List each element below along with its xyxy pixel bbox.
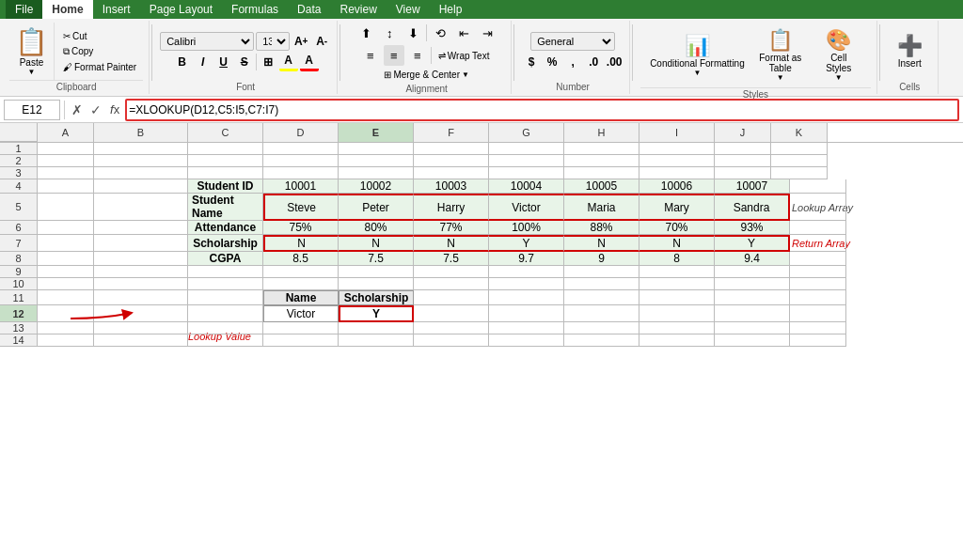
cell-g13[interactable] <box>489 322 564 334</box>
col-header-k[interactable]: K <box>771 123 828 142</box>
tab-formulas[interactable]: Formulas <box>222 0 288 19</box>
cell-f8[interactable]: 7.5 <box>414 252 489 266</box>
format-painter-button[interactable]: 🖌Format Painter <box>60 61 139 73</box>
row-header-6[interactable]: 6 <box>0 221 38 235</box>
row-header-3[interactable]: 3 <box>0 167 38 179</box>
cell-f13[interactable] <box>414 322 489 334</box>
merge-center-button[interactable]: ⊞Merge & Center▼ <box>380 68 473 82</box>
cell-d6[interactable]: 75% <box>263 221 339 235</box>
cell-j1[interactable] <box>715 143 771 155</box>
cell-c9[interactable] <box>188 266 263 278</box>
cell-i9[interactable] <box>639 266 715 278</box>
cell-j14[interactable] <box>715 334 790 347</box>
cell-k13[interactable] <box>790 322 846 334</box>
row-header-10[interactable]: 10 <box>0 278 38 290</box>
cell-k12[interactable] <box>790 305 846 322</box>
cell-c5[interactable]: Student Name <box>188 194 263 221</box>
cell-k14[interactable] <box>790 334 846 347</box>
cell-e12[interactable]: Y <box>339 305 414 322</box>
cell-f1[interactable] <box>414 143 489 155</box>
cell-f9[interactable] <box>414 266 489 278</box>
cell-g3[interactable] <box>489 167 564 179</box>
font-size-select[interactable]: 13 <box>256 32 290 51</box>
align-right-button[interactable]: ≡ <box>407 45 428 66</box>
align-top-button[interactable]: ⬆ <box>355 23 376 43</box>
cell-k6[interactable] <box>790 221 846 235</box>
font-family-select[interactable]: Calibri <box>160 32 254 51</box>
cell-d5[interactable]: Steve <box>263 194 339 221</box>
cell-h7[interactable]: N <box>564 235 639 252</box>
indent-increase-button[interactable]: ⇥ <box>477 23 497 43</box>
cell-c11[interactable] <box>188 290 263 305</box>
cell-styles-button[interactable]: 🎨 CellStyles ▼ <box>811 26 867 84</box>
row-header-4[interactable]: 4 <box>0 179 38 194</box>
cell-d8[interactable]: 8.5 <box>263 252 339 266</box>
increase-decimal-button[interactable]: .0 <box>584 53 603 71</box>
cell-h10[interactable] <box>564 278 639 290</box>
row-header-2[interactable]: 2 <box>0 155 38 167</box>
cell-f7[interactable]: N <box>414 235 489 252</box>
cell-h8[interactable]: 9 <box>564 252 639 266</box>
cell-d4[interactable]: 10001 <box>263 179 339 194</box>
bold-button[interactable]: B <box>173 53 192 71</box>
cell-b4[interactable] <box>94 179 188 194</box>
font-color-button[interactable]: A <box>300 53 319 71</box>
cell-d13[interactable] <box>263 322 339 334</box>
cell-g4[interactable]: 10004 <box>489 179 564 194</box>
cell-h3[interactable] <box>564 167 639 179</box>
tab-insert[interactable]: Insert <box>93 0 140 19</box>
cell-i3[interactable] <box>639 167 715 179</box>
cell-a14[interactable] <box>38 334 94 347</box>
cell-i5[interactable]: Mary <box>639 194 715 221</box>
cell-k7[interactable] <box>790 235 846 252</box>
cell-i4[interactable]: 10006 <box>639 179 715 194</box>
tab-file[interactable]: File <box>6 0 42 19</box>
cell-i10[interactable] <box>639 278 715 290</box>
cell-c4[interactable]: Student ID <box>188 179 263 194</box>
row-header-1[interactable]: 1 <box>0 143 38 155</box>
cell-f4[interactable]: 10003 <box>414 179 489 194</box>
cell-g11[interactable] <box>489 290 564 305</box>
format-as-table-button[interactable]: 📋 Format asTable ▼ <box>752 26 809 84</box>
cell-c3[interactable] <box>188 167 263 179</box>
cell-f5[interactable]: Harry <box>414 194 489 221</box>
border-button[interactable]: ⊞ <box>259 53 277 71</box>
cell-e14[interactable] <box>339 334 414 347</box>
fill-color-button[interactable]: A <box>279 53 298 71</box>
cell-h13[interactable] <box>564 322 639 334</box>
percent-button[interactable]: % <box>543 53 561 71</box>
col-header-j[interactable]: J <box>715 123 771 142</box>
cell-i6[interactable]: 70% <box>639 221 715 235</box>
cell-g5[interactable]: Victor <box>489 194 564 221</box>
cell-c2[interactable] <box>188 155 263 167</box>
cell-j11[interactable] <box>715 290 790 305</box>
cell-b1[interactable] <box>94 143 188 155</box>
cell-a8[interactable] <box>38 252 94 266</box>
text-direction-button[interactable]: ⟲ <box>430 23 450 43</box>
row-header-14[interactable]: 14 <box>0 334 38 347</box>
cell-j5[interactable]: Sandra Lookup Array <box>715 194 790 221</box>
cell-k3[interactable] <box>771 167 828 179</box>
cell-j13[interactable] <box>715 322 790 334</box>
insert-button[interactable]: ➕ Insert <box>892 32 928 70</box>
row-header-9[interactable]: 9 <box>0 266 38 278</box>
cell-e13[interactable] <box>339 322 414 334</box>
cell-c12[interactable]: Lookup Value <box>188 305 263 322</box>
cell-a4[interactable] <box>38 179 94 194</box>
cell-e6[interactable]: 80% <box>339 221 414 235</box>
cell-j4[interactable]: 10007 <box>715 179 790 194</box>
cell-f2[interactable] <box>414 155 489 167</box>
cell-h12[interactable] <box>564 305 639 322</box>
cell-b7[interactable] <box>94 235 188 252</box>
cell-e1[interactable] <box>339 143 414 155</box>
tab-data[interactable]: Data <box>288 0 330 19</box>
cell-d12[interactable]: Victor <box>263 305 339 322</box>
col-header-c[interactable]: C <box>188 123 263 142</box>
row-header-12[interactable]: 12 <box>0 305 38 322</box>
cell-reference-box[interactable] <box>4 100 60 120</box>
cell-i14[interactable] <box>639 334 715 347</box>
tab-view[interactable]: View <box>387 0 430 19</box>
cell-k11[interactable] <box>790 290 846 305</box>
tab-help[interactable]: Help <box>430 0 472 19</box>
tab-review[interactable]: Review <box>330 0 386 19</box>
